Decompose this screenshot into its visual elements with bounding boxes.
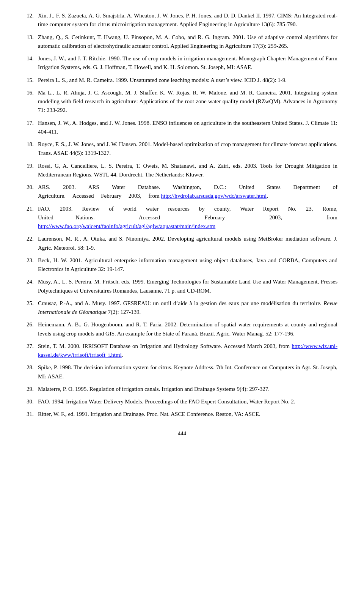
list-item: 31. Ritter, W. F., ed. 1991. Irrigation … [27,410,337,419]
list-item: 18. Royce, F. S., J. W. Jones, and J. W.… [27,140,337,158]
ref-link-20[interactable]: http://hydrolab.arsusda.gov/wdc/arswater… [161,193,267,199]
list-item: 15. Pereira L. S., and M. R. Cameira. 19… [27,76,337,85]
ref-number: 15. [27,76,38,85]
ref-content: Heinemann, A. B., G. Hoogenboom, and R. … [38,320,337,338]
ref-number: 28. [27,363,38,381]
ref-content: Musy, A., L. S. Pereira, M. Fritsch, eds… [38,277,337,295]
ref-link-21[interactable]: http://www.fao.org/waicent/faoinfo/agric… [38,223,215,229]
list-item: 22. Laurenson, M. R., A. Otuka, and S. N… [27,235,337,252]
list-item: 27. Stein, T. M. 2000. IRRISOFT Database… [27,342,337,360]
ref-content: Rossi, G, A. Cancelliere, L. S. Pereira,… [38,162,337,180]
ref-content: Laurenson, M. R., A. Otuka, and S. Ninom… [38,235,337,252]
list-item: 14. Jones, J. W., and J. T. Ritchie. 199… [27,54,337,72]
list-item: 13. Zhang, Q., S. Cetinkunt, T. Hwang, U… [27,33,337,51]
page: 12. Xin, J., F. S. Zazueta, A. G. Smajst… [0,0,364,600]
ref-number: 25. [27,299,38,317]
ref-number: 19. [27,162,38,180]
ref-content: Beck, H. W. 2001. Agricultural enterpris… [38,256,337,274]
references-list: 12. Xin, J., F. S. Zazueta, A. G. Smajst… [27,11,337,419]
ref-number: 27. [27,342,38,360]
list-item: 12. Xin, J., F. S. Zazueta, A. G. Smajst… [27,11,337,29]
ref-content: Ritter, W. F., ed. 1991. Irrigation and … [38,410,337,419]
ref-link-27[interactable]: http://www.wiz.uni-kassel.de/kww/irrisof… [38,343,337,358]
ref-number: 21. [27,205,38,231]
ref-number: 24. [27,277,38,295]
ref-content: ARS. 2003. ARS Water Database. Washingto… [38,183,337,201]
ref-number: 29. [27,385,38,394]
ref-number: 31. [27,410,38,419]
list-item: 30. FAO. 1994. Irrigation Water Delivery… [27,397,337,406]
list-item: 29. Malaterre, P. O. 1995. Regulation of… [27,385,337,394]
ref-number: 20. [27,183,38,201]
ref-number: 18. [27,140,38,158]
ref-content: Pereira L. S., and M. R. Cameira. 1999. … [38,76,337,85]
ref-content: Spike, P. 1998. The decision information… [38,363,337,381]
ref-number: 12. [27,11,38,29]
page-number: 444 [27,430,337,437]
list-item: 23. Beck, H. W. 2001. Agricultural enter… [27,256,337,274]
list-item: 25. Crausaz, P.-A., and A. Musy. 1997. G… [27,299,337,317]
ref-content: Hansen, J. W., A. Hodges, and J. W. Jone… [38,119,337,137]
ref-number: 13. [27,33,38,51]
highlight-integrated: Integrated [303,13,326,19]
ref-number: 23. [27,256,38,274]
ref-content: Malaterre, P. O. 1995. Regulation of irr… [38,385,337,394]
list-item: 21. FAO. 2003. Review of world water res… [27,205,337,231]
italic-journal: Revue Internationale de Géomatique [38,300,337,315]
ref-number: 30. [27,397,38,406]
ref-content: Xin, J., F. S. Zazueta, A. G. Smajstrla,… [38,11,337,29]
ref-number: 26. [27,320,38,338]
ref-content: Royce, F. S., J. W. Jones, and J. W. Han… [38,140,337,158]
ref-number: 16. [27,88,38,115]
ref-content: FAO. 2003. Review of world water resourc… [38,205,337,231]
ref-number: 17. [27,119,38,137]
list-item: 17. Hansen, J. W., A. Hodges, and J. W. … [27,119,337,137]
list-item: 24. Musy, A., L. S. Pereira, M. Fritsch,… [27,277,337,295]
ref-content: Ma L., L. R. Ahuja, J. C. Ascough, M. J.… [38,88,337,115]
ref-content: Zhang, Q., S. Cetinkunt, T. Hwang, U. Pi… [38,33,337,51]
list-item: 19. Rossi, G, A. Cancelliere, L. S. Pere… [27,162,337,180]
ref-number: 14. [27,54,38,72]
list-item: 20. ARS. 2003. ARS Water Database. Washi… [27,183,337,201]
list-item: 26. Heinemann, A. B., G. Hoogenboom, and… [27,320,337,338]
highlight-with: with [61,98,71,104]
list-item: 28. Spike, P. 1998. The decision informa… [27,363,337,381]
list-item: 16. Ma L., L. R. Ahuja, J. C. Ascough, M… [27,88,337,115]
ref-content: Stein, T. M. 2000. IRRISOFT Database on … [38,342,337,360]
ref-content: FAO. 1994. Irrigation Water Delivery Mod… [38,397,337,406]
ref-content: Jones, J. W., and J. T. Ritchie. 1990. T… [38,54,337,72]
ref-number: 22. [27,235,38,252]
ref-content: Crausaz, P.-A., and A. Musy. 1997. GESRE… [38,299,337,317]
